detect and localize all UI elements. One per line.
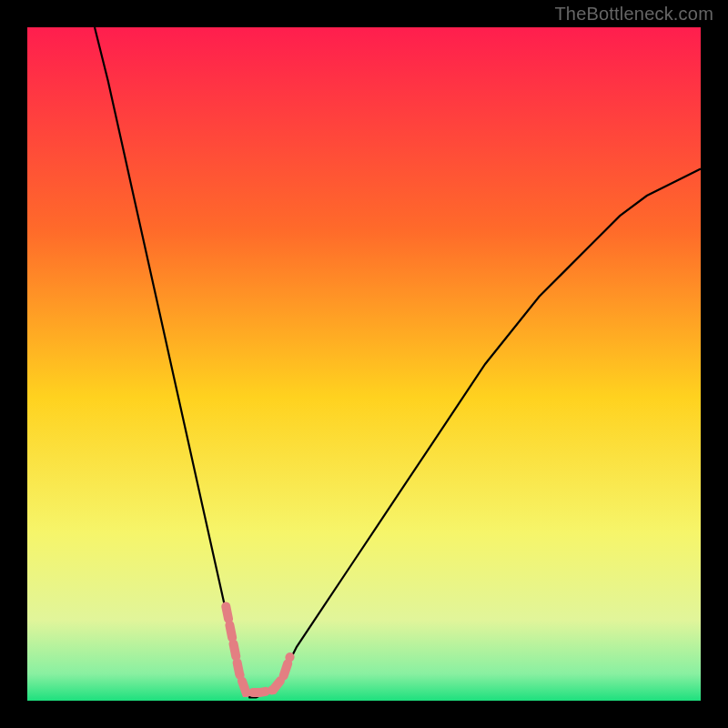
watermark-text: TheBottleneck.com — [554, 4, 713, 25]
gradient-background — [27, 27, 701, 701]
chart-frame: TheBottleneck.com — [0, 0, 728, 728]
chart-svg — [27, 27, 701, 701]
plot-area — [27, 27, 701, 701]
